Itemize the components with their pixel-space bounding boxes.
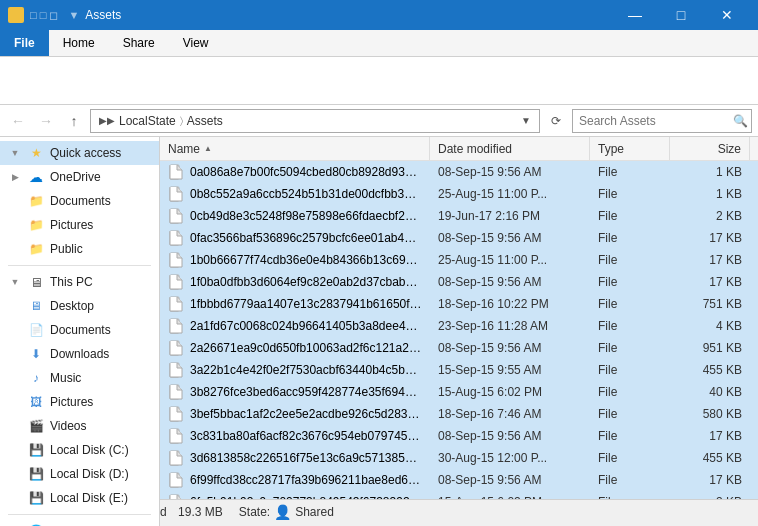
search-box[interactable]: 🔍 <box>572 109 752 133</box>
tab-home[interactable]: Home <box>49 30 109 56</box>
sort-arrow-icon: ▲ <box>204 144 212 153</box>
file-icon <box>168 384 184 400</box>
cell-date: 08-Sep-15 9:56 AM <box>430 425 590 446</box>
table-row[interactable]: 6fa5b91b93c9e700773b849543f67383927c... … <box>160 491 758 499</box>
cell-date: 25-Aug-15 11:00 P... <box>430 249 590 270</box>
forward-button[interactable]: → <box>34 109 58 133</box>
cell-name: 0a086a8e7b00fc5094cbed80cb8928d93ca... <box>160 161 430 182</box>
file-icon <box>168 274 184 290</box>
sidebar-item-disk-d[interactable]: 💾 Local Disk (D:) <box>0 462 159 486</box>
cell-type: File <box>590 491 670 499</box>
sidebar-item-this-pc[interactable]: ▼ 🖥 This PC <box>0 270 159 294</box>
cell-name: 3c831ba80af6acf82c3676c954eb07974543... <box>160 425 430 446</box>
sidebar-item-disk-c[interactable]: 💾 Local Disk (C:) <box>0 438 159 462</box>
documents-icon: 📄 <box>28 322 44 338</box>
col-header-type[interactable]: Type <box>590 137 670 160</box>
table-row[interactable]: 1fbbbd6779aa1407e13c2837941b61650f06f...… <box>160 293 758 315</box>
tab-view[interactable]: View <box>169 30 223 56</box>
tab-share[interactable]: Share <box>109 30 169 56</box>
cell-size: 455 KB <box>670 447 750 468</box>
col-header-size[interactable]: Size <box>670 137 750 160</box>
file-icon <box>168 164 184 180</box>
cell-type: File <box>590 271 670 292</box>
up-button[interactable]: ↑ <box>62 109 86 133</box>
file-name: 3bef5bbac1af2c2ee5e2acdbe926c5d2838... <box>190 407 422 421</box>
title-bar-controls[interactable]: — □ ✕ <box>612 0 750 30</box>
cell-name: 2a1fd67c0068c024b96641405b3a8dee4e9... <box>160 315 430 336</box>
file-area: Name ▲ Date modified Type Size <box>160 137 758 499</box>
table-row[interactable]: 1f0ba0dfbb3d6064ef9c82e0ab2d37cbabb... 0… <box>160 271 758 293</box>
table-row[interactable]: 2a26671ea9c0d650fb10063ad2f6c121a22d... … <box>160 337 758 359</box>
sidebar-item-pictures-pc[interactable]: 🖼 Pictures <box>0 390 159 414</box>
table-row[interactable]: 0b8c552a9a6ccb524b51b31de00dcfbb394... 2… <box>160 183 758 205</box>
table-row[interactable]: 0cb49d8e3c5248f98e75898e66fdaecbf247... … <box>160 205 758 227</box>
file-name: 0cb49d8e3c5248f98e75898e66fdaecbf247... <box>190 209 422 223</box>
status-state: State: 👤 Shared <box>239 504 334 520</box>
title-bar-icon <box>8 7 24 23</box>
table-row[interactable]: 1b0b66677f74cdb36e0e4b84366b13c696b... 2… <box>160 249 758 271</box>
refresh-button[interactable]: ⟳ <box>544 109 568 133</box>
col-header-date[interactable]: Date modified <box>430 137 590 160</box>
cell-type: File <box>590 183 670 204</box>
ribbon: File Home Share View <box>0 30 758 57</box>
maximize-button[interactable]: □ <box>658 0 704 30</box>
file-icon <box>168 450 184 466</box>
table-row[interactable]: 3bef5bbac1af2c2ee5e2acdbe926c5d2838... 1… <box>160 403 758 425</box>
file-name: 0fac3566baf536896c2579bcfc6ee01ab443... <box>190 231 422 245</box>
star-icon: ★ <box>28 145 44 161</box>
file-list: 0a086a8e7b00fc5094cbed80cb8928d93ca... 0… <box>160 161 758 499</box>
table-row[interactable]: 3b8276fce3bed6acc959f428774e35f694a5... … <box>160 381 758 403</box>
sidebar-item-documents-od[interactable]: 📁 Documents <box>0 189 159 213</box>
cell-size: 951 KB <box>670 337 750 358</box>
svg-rect-1 <box>10 11 16 14</box>
table-row[interactable]: 0a086a8e7b00fc5094cbed80cb8928d93ca... 0… <box>160 161 758 183</box>
sidebar-item-public-od[interactable]: 📁 Public <box>0 237 159 261</box>
file-name: 3a22b1c4e42f0e2f7530acbf63440b4c5b97... <box>190 363 422 377</box>
file-name: 2a1fd67c0068c024b96641405b3a8dee4e9... <box>190 319 422 333</box>
table-row[interactable]: 3c831ba80af6acf82c3676c954eb07974543... … <box>160 425 758 447</box>
desktop-icon: 🖥 <box>28 298 44 314</box>
address-chevron-icon: ▶▶ <box>99 115 115 126</box>
address-dropdown-icon[interactable]: ▼ <box>521 115 531 126</box>
cell-type: File <box>590 425 670 446</box>
sidebar-label-documents-pc: Documents <box>50 323 111 337</box>
sidebar-item-documents-pc[interactable]: 📄 Documents <box>0 318 159 342</box>
cell-size: 455 KB <box>670 359 750 380</box>
sidebar-item-desktop[interactable]: 🖥 Desktop <box>0 294 159 318</box>
cell-type: File <box>590 205 670 226</box>
sidebar-label-music: Music <box>50 371 81 385</box>
sidebar-item-disk-e[interactable]: 💾 Local Disk (E:) <box>0 486 159 510</box>
user-icon: 👤 <box>274 504 291 520</box>
sidebar-item-music[interactable]: ♪ Music <box>0 366 159 390</box>
address-bar[interactable]: ▶▶ LocalState 〉 Assets ▼ <box>90 109 540 133</box>
table-row[interactable]: 3a22b1c4e42f0e2f7530acbf63440b4c5b97... … <box>160 359 758 381</box>
search-input[interactable] <box>579 114 729 128</box>
sidebar-item-pictures-od[interactable]: 📁 Pictures <box>0 213 159 237</box>
sidebar-wrapper: ▼ ★ Quick access ▶ ☁ OneDrive 📁 Document… <box>0 137 160 499</box>
cell-type: File <box>590 469 670 490</box>
cell-date: 08-Sep-15 9:56 AM <box>430 271 590 292</box>
col-header-name[interactable]: Name ▲ <box>160 137 430 160</box>
cell-date: 08-Sep-15 9:56 AM <box>430 227 590 248</box>
sidebar-item-network[interactable]: ▶ 🌐 Network <box>0 519 159 526</box>
table-row[interactable]: 6f99ffcd38cc28717fa39b696211bae8ed6c... … <box>160 469 758 491</box>
tab-file[interactable]: File <box>0 30 49 56</box>
table-row[interactable]: 0fac3566baf536896c2579bcfc6ee01ab443... … <box>160 227 758 249</box>
cell-type: File <box>590 381 670 402</box>
search-icon: 🔍 <box>733 114 748 128</box>
cell-date: 18-Sep-16 10:22 PM <box>430 293 590 314</box>
minimize-button[interactable]: — <box>612 0 658 30</box>
sidebar-item-videos[interactable]: 🎬 Videos <box>0 414 159 438</box>
sidebar-item-quick-access[interactable]: ▼ ★ Quick access <box>0 141 159 165</box>
file-icon <box>168 494 184 500</box>
folder-icon-public-od: 📁 <box>28 241 44 257</box>
table-row[interactable]: 3d6813858c226516f75e13c6a9c571385239... … <box>160 447 758 469</box>
cell-size: 3 KB <box>670 491 750 499</box>
table-row[interactable]: 2a1fd67c0068c024b96641405b3a8dee4e9... 2… <box>160 315 758 337</box>
back-button[interactable]: ← <box>6 109 30 133</box>
close-button[interactable]: ✕ <box>704 0 750 30</box>
sidebar-item-downloads[interactable]: ⬇ Downloads <box>0 342 159 366</box>
address-row: ← → ↑ ▶▶ LocalState 〉 Assets ▼ ⟳ 🔍 <box>0 105 758 137</box>
sidebar-item-onedrive[interactable]: ▶ ☁ OneDrive <box>0 165 159 189</box>
cell-name: 0fac3566baf536896c2579bcfc6ee01ab443... <box>160 227 430 248</box>
